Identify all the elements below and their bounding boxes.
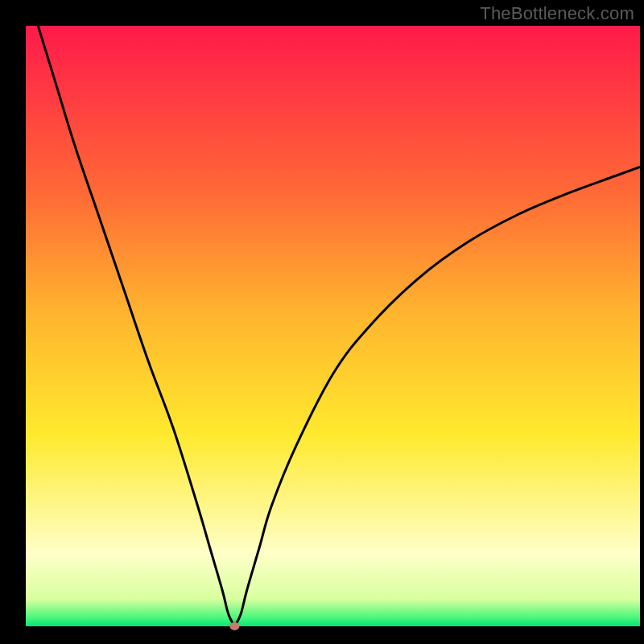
chart-svg <box>0 0 644 644</box>
watermark-text: TheBottleneck.com <box>480 3 634 24</box>
plot-background <box>26 26 640 626</box>
min-point-marker <box>229 622 239 630</box>
chart-frame: TheBottleneck.com <box>0 0 644 644</box>
